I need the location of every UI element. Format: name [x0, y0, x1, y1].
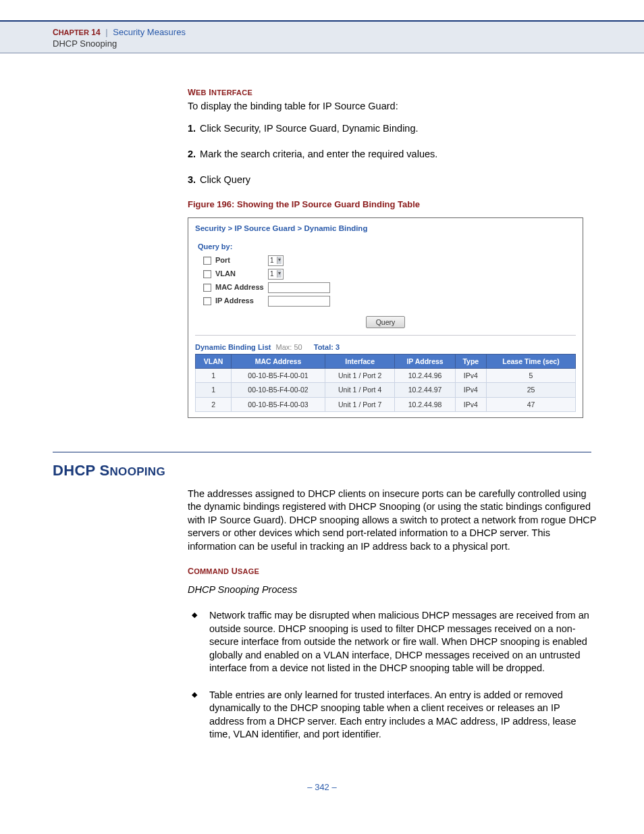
page-number: – 342 – — [0, 782, 644, 810]
chevron-down-icon: ▾ — [277, 257, 281, 264]
port-checkbox[interactable] — [203, 257, 211, 265]
bullet-list: Network traffic may be disrupted when ma… — [188, 609, 597, 741]
step-list: 1.Click Security, IP Source Guard, Dynam… — [188, 122, 597, 186]
screenshot-panel: Security > IP Source Guard > Dynamic Bin… — [188, 217, 583, 418]
table-header-row: VLAN MAC Address Interface IP Address Ty… — [196, 355, 576, 369]
chapter-line: CHAPTER 14 | Security Measures — [53, 27, 597, 37]
col-mac: MAC Address — [232, 355, 325, 369]
section-web-interface: WEB INTERFACE — [188, 87, 597, 99]
step-item: 1.Click Security, IP Source Guard, Dynam… — [188, 122, 597, 136]
figure-caption: Figure 196: Showing the IP Source Guard … — [188, 199, 597, 211]
intro-text: To display the binding table for IP Sour… — [188, 100, 597, 113]
ip-input[interactable] — [268, 296, 330, 307]
ip-checkbox[interactable] — [203, 297, 211, 305]
table-row: 1 00-10-B5-F4-00-01 Unit 1 / Port 2 10.2… — [196, 369, 576, 383]
query-by-label: Query by: — [198, 242, 576, 252]
subheading: DHCP Snooping Process — [188, 583, 597, 597]
mac-label: MAC Address — [215, 282, 268, 292]
section-command-usage: COMMAND USAGE — [188, 566, 597, 577]
vlan-label: VLAN — [215, 269, 268, 279]
query-button[interactable]: Query — [366, 316, 406, 328]
body-paragraph: The addresses assigned to DHCP clients o… — [188, 488, 597, 554]
list-item: Network traffic may be disrupted when ma… — [188, 609, 597, 675]
port-select[interactable]: 1▾ — [268, 255, 284, 266]
col-lease: Lease Time (sec) — [486, 355, 575, 369]
mac-input[interactable] — [268, 282, 330, 293]
page-header: CHAPTER 14 | Security Measures DHCP Snoo… — [0, 20, 644, 53]
step-item: 3.Click Query — [188, 174, 597, 187]
breadcrumb: Security > IP Source Guard > Dynamic Bin… — [188, 218, 583, 238]
table-row: 2 00-10-B5-F4-00-03 Unit 1 / Port 7 10.2… — [196, 397, 576, 411]
chapter-title: Security Measures — [113, 27, 186, 37]
ip-label: IP Address — [215, 296, 268, 306]
divider — [53, 452, 591, 452]
col-vlan: VLAN — [196, 355, 232, 369]
vlan-select[interactable]: 1▾ — [268, 269, 284, 280]
binding-list-title: Dynamic Binding List Max: 50 Total: 3 — [195, 342, 576, 353]
col-ip: IP Address — [395, 355, 455, 369]
col-type: Type — [455, 355, 486, 369]
chapter-subsection: DHCP Snooping — [53, 38, 597, 49]
step-item: 2.Mark the search criteria, and enter th… — [188, 148, 597, 161]
col-interface: Interface — [325, 355, 394, 369]
mac-checkbox[interactable] — [203, 284, 211, 292]
section-heading-dhcp: DHCP SNOOPING — [53, 462, 644, 479]
list-item: Table entries are only learned for trust… — [188, 689, 597, 741]
binding-table: VLAN MAC Address Interface IP Address Ty… — [195, 354, 576, 412]
port-label: Port — [215, 255, 268, 265]
table-row: 1 00-10-B5-F4-00-02 Unit 1 / Port 4 10.2… — [196, 383, 576, 397]
chevron-down-icon: ▾ — [277, 270, 281, 278]
vlan-checkbox[interactable] — [203, 270, 211, 278]
